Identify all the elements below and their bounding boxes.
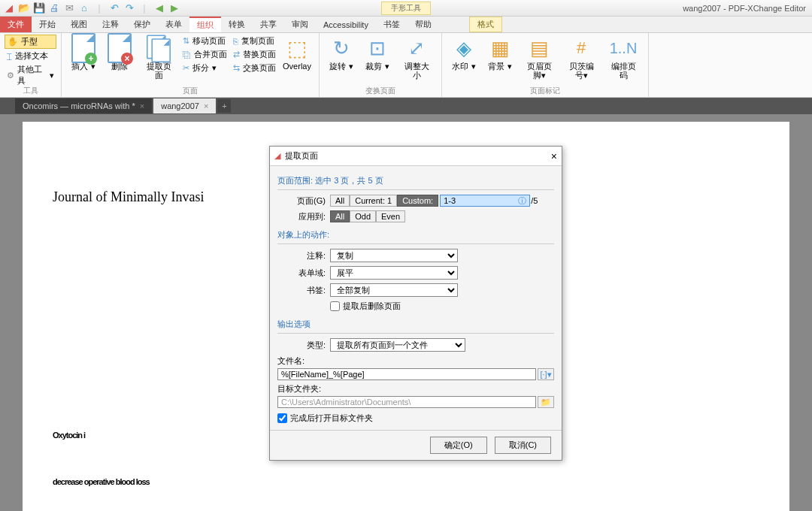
open-after-checkbox[interactable]: 完成后打开目标文件夹 bbox=[277, 413, 554, 424]
bookmark-label: 书签: bbox=[277, 285, 330, 296]
custom-range-input[interactable] bbox=[440, 195, 530, 207]
form-label: 表单域: bbox=[277, 268, 330, 279]
menu-accessibility[interactable]: Accessibility bbox=[316, 17, 376, 32]
prev-icon[interactable]: ◀ bbox=[153, 2, 165, 14]
menu-start[interactable]: 开始 bbox=[32, 17, 63, 32]
save-icon[interactable]: 💾 bbox=[33, 2, 45, 14]
overlay-button[interactable]: ⬚Overlay bbox=[280, 35, 314, 72]
browse-button[interactable]: 📁 bbox=[538, 396, 554, 408]
print-icon[interactable]: 🖨 bbox=[48, 2, 60, 14]
menu-view[interactable]: 视图 bbox=[63, 17, 95, 32]
resize-button[interactable]: ⤢调整大小 bbox=[396, 35, 437, 81]
filename-label: 文件名: bbox=[277, 355, 554, 367]
extract-page-button[interactable]: 提取页面 bbox=[138, 35, 179, 81]
delete-page-button[interactable]: ×删除 bbox=[102, 35, 137, 72]
menu-help[interactable]: 帮助 bbox=[408, 17, 439, 32]
watermark-button[interactable]: ◈水印 ▾ bbox=[447, 35, 481, 72]
info-icon[interactable]: ⓘ bbox=[518, 195, 526, 207]
header-footer-button[interactable]: ▤页眉页脚▾ bbox=[519, 35, 559, 81]
other-tools-button[interactable]: ⚙其他工具 ▾ bbox=[5, 63, 56, 87]
copy-icon: ⎘ bbox=[233, 37, 238, 46]
menu-protect[interactable]: 保护 bbox=[126, 17, 158, 32]
close-icon[interactable]: × bbox=[551, 150, 557, 162]
quick-access-toolbar: ◢ 📂 💾 🖨 ✉ ⌂ | ↶ ↷ | ◀ ▶ bbox=[3, 2, 180, 14]
crop-button[interactable]: ⊡裁剪 ▾ bbox=[360, 35, 395, 72]
document-tab-1[interactable]: Oncomirs — microRNAs with *× bbox=[15, 98, 152, 113]
type-select[interactable]: 提取所有页面到一个文件 bbox=[330, 338, 465, 352]
target-label: 目标文件夹: bbox=[277, 383, 554, 395]
window-title: wang2007 - PDF-XChange Editor bbox=[683, 4, 806, 13]
range-custom[interactable]: Custom: bbox=[397, 195, 438, 207]
sep: | bbox=[138, 2, 150, 14]
delete-after-checkbox[interactable]: 提取后删除页面 bbox=[330, 301, 401, 312]
output-header: 输出选项 bbox=[277, 316, 554, 334]
open-icon[interactable]: 📂 bbox=[18, 2, 30, 14]
merge-page-button[interactable]: ⿻合并页面 bbox=[180, 48, 229, 61]
cancel-button[interactable]: 取消(C) bbox=[495, 437, 551, 454]
redo-icon[interactable]: ↷ bbox=[123, 2, 135, 14]
menu-review[interactable]: 审阅 bbox=[284, 17, 316, 32]
replace-page-button[interactable]: ⇄替换页面 bbox=[231, 48, 278, 61]
menu-format[interactable]: 格式 bbox=[469, 17, 502, 32]
apply-even[interactable]: Even bbox=[376, 210, 405, 222]
range-header: 页面范围: 选中 3 页，共 5 页 bbox=[277, 172, 554, 190]
bates-button[interactable]: #贝茨编号▾ bbox=[561, 35, 601, 81]
actions-header: 对象上的动作: bbox=[277, 226, 554, 244]
context-tab-label: 手形工具 bbox=[381, 2, 431, 15]
move-icon: ⇅ bbox=[183, 36, 189, 46]
group-label: 页面 bbox=[62, 85, 319, 97]
bookmark-select[interactable]: 全部复制 bbox=[330, 283, 458, 297]
apply-all[interactable]: All bbox=[330, 210, 350, 222]
target-input[interactable] bbox=[277, 396, 536, 408]
split-page-button[interactable]: ✂拆分 ▾ bbox=[180, 62, 229, 74]
ok-button[interactable]: 确定(O) bbox=[430, 437, 487, 454]
hand-icon: ✋ bbox=[8, 37, 18, 47]
document-tab-strip: Oncomirs — microRNAs with *× wang2007× + bbox=[0, 98, 812, 114]
menu-form[interactable]: 表单 bbox=[158, 17, 189, 32]
group-label: 变换页面 bbox=[320, 85, 441, 97]
app-icon: ◢ bbox=[274, 151, 280, 161]
new-tab-button[interactable]: + bbox=[217, 99, 231, 113]
page-label: 页面(G) bbox=[277, 195, 330, 207]
menu-share[interactable]: 共享 bbox=[253, 17, 284, 32]
filename-macro-button[interactable]: [·]▾ bbox=[538, 368, 554, 380]
undo-icon[interactable]: ↶ bbox=[108, 2, 120, 14]
page-range-segment[interactable]: All Current: 1 Custom: bbox=[330, 195, 438, 207]
select-text-button[interactable]: ⌶选择文本 bbox=[5, 50, 56, 62]
annot-select[interactable]: 复制 bbox=[330, 249, 458, 262]
title-bar: ◢ 📂 💾 🖨 ✉ ⌂ | ↶ ↷ | ◀ ▶ 手形工具 wang2007 - … bbox=[0, 0, 812, 17]
close-icon[interactable]: × bbox=[140, 101, 144, 110]
apply-label: 应用到: bbox=[277, 211, 330, 222]
next-icon[interactable]: ▶ bbox=[168, 2, 180, 14]
total-pages: /5 bbox=[531, 196, 538, 205]
menu-convert[interactable]: 转换 bbox=[221, 17, 253, 32]
range-current[interactable]: Current: 1 bbox=[350, 195, 397, 207]
close-icon[interactable]: × bbox=[204, 101, 208, 110]
range-all[interactable]: All bbox=[330, 195, 350, 207]
move-page-button[interactable]: ⇅移动页面 bbox=[180, 35, 229, 47]
merge-icon: ⿻ bbox=[183, 50, 191, 59]
swap-page-button[interactable]: ⇆交换页面 bbox=[231, 62, 278, 74]
pagenum-button[interactable]: 1..N编排页码 bbox=[603, 35, 644, 81]
apply-segment[interactable]: All Odd Even bbox=[330, 210, 405, 222]
scan-icon[interactable]: ⌂ bbox=[78, 2, 90, 14]
sep: | bbox=[93, 2, 105, 14]
menu-bookmark[interactable]: 书签 bbox=[376, 17, 408, 32]
background-button[interactable]: ▦背景 ▾ bbox=[483, 35, 517, 72]
filename-input[interactable] bbox=[277, 368, 536, 380]
type-label: 类型: bbox=[277, 340, 330, 351]
insert-page-button[interactable]: +插入 ▾ bbox=[66, 35, 101, 72]
rotate-button[interactable]: ↻旋转 ▾ bbox=[324, 35, 359, 72]
menu-comment[interactable]: 注释 bbox=[95, 17, 126, 32]
dialog-title: 提取页面 bbox=[285, 150, 318, 162]
email-icon[interactable]: ✉ bbox=[63, 2, 75, 14]
apply-odd[interactable]: Odd bbox=[350, 210, 376, 222]
menu-organize[interactable]: 组织 bbox=[189, 17, 221, 32]
dialog-titlebar: ◢提取页面 × bbox=[270, 147, 562, 166]
copy-page-button[interactable]: ⎘复制页面 bbox=[231, 35, 278, 47]
form-select[interactable]: 展平 bbox=[330, 266, 458, 280]
hand-tool-button[interactable]: ✋手型 bbox=[5, 35, 56, 49]
document-tab-2[interactable]: wang2007× bbox=[153, 98, 216, 113]
extract-pages-dialog: ◢提取页面 × 页面范围: 选中 3 页，共 5 页 页面(G) All Cur… bbox=[269, 146, 562, 461]
menu-file[interactable]: 文件 bbox=[0, 17, 32, 32]
